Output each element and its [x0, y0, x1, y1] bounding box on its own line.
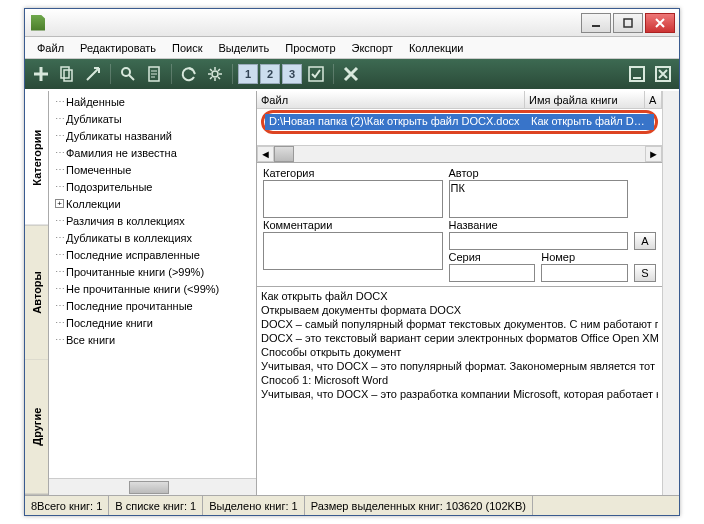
- add-icon[interactable]: [29, 62, 53, 86]
- tree-item[interactable]: ⋯Различия в коллекциях: [51, 212, 254, 229]
- tree-item-label: Подозрительные: [66, 181, 152, 193]
- form-panel: Категория Автор Комментарии Название A С…: [257, 163, 662, 286]
- comments-field[interactable]: [263, 232, 443, 270]
- tree-item[interactable]: ⋯Дубликаты названий: [51, 127, 254, 144]
- tree-item[interactable]: ⋯Помеченные: [51, 161, 254, 178]
- toolbar: 1 2 3: [25, 59, 679, 89]
- a-button[interactable]: A: [634, 232, 656, 250]
- tree-item[interactable]: ⋯Прочитанные книги (>99%): [51, 263, 254, 280]
- tree-item-label: Помеченные: [66, 164, 131, 176]
- tree-item-label: Дубликаты: [66, 113, 122, 125]
- number-field[interactable]: [541, 264, 628, 282]
- tree-item-label: Все книги: [66, 334, 115, 346]
- preview-line: DOCX – самый популярный формат текстовых…: [261, 317, 658, 331]
- document-icon[interactable]: [142, 62, 166, 86]
- column-a[interactable]: А: [645, 91, 662, 108]
- cell-file: D:\Новая папка (2)\Как открыть файл DOCX…: [265, 114, 527, 130]
- share-icon[interactable]: [81, 62, 105, 86]
- tab-other[interactable]: Другие: [25, 360, 48, 495]
- author-field[interactable]: [449, 180, 629, 218]
- tree-item[interactable]: ⋯Не прочитанные книги (<99%): [51, 280, 254, 297]
- tree-item[interactable]: ⋯Фамилия не известна: [51, 144, 254, 161]
- tree-item[interactable]: ⋯Дубликаты в коллекциях: [51, 229, 254, 246]
- cell-bookname: Как открыть файл DO...: [527, 114, 654, 130]
- vertical-tabs: Категории Авторы Другие: [25, 91, 49, 495]
- svg-point-4: [122, 68, 130, 76]
- tree-scrollbar[interactable]: [49, 478, 256, 495]
- close-panel-icon[interactable]: [651, 62, 675, 86]
- filelist-scrollbar[interactable]: ◄ ►: [257, 145, 662, 162]
- scroll-right-icon[interactable]: ►: [645, 146, 662, 162]
- right-scrollbar[interactable]: [662, 91, 679, 495]
- tab-categories[interactable]: Категории: [25, 91, 48, 226]
- tree-item-label: Найденные: [66, 96, 125, 108]
- window: Файл Редактировать Поиск Выделить Просмо…: [24, 8, 680, 516]
- tree-item[interactable]: ⋯Найденные: [51, 93, 254, 110]
- check-icon[interactable]: [304, 62, 328, 86]
- expand-icon[interactable]: +: [55, 199, 64, 208]
- tree-item-label: Не прочитанные книги (<99%): [66, 283, 219, 295]
- file-list: Файл Имя файла книги А D:\Новая папка (2…: [257, 91, 662, 163]
- column-bookname[interactable]: Имя файла книги: [525, 91, 645, 108]
- menu-select[interactable]: Выделить: [211, 39, 278, 57]
- maximize-button[interactable]: [613, 13, 643, 33]
- menu-edit[interactable]: Редактировать: [72, 39, 164, 57]
- status-size: Размер выделенных книг: 103620 (102KB): [305, 496, 533, 515]
- gear-icon[interactable]: [203, 62, 227, 86]
- close-button[interactable]: [645, 13, 675, 33]
- preset-3-button[interactable]: 3: [282, 64, 302, 84]
- copy-icon[interactable]: [55, 62, 79, 86]
- menu-collections[interactable]: Коллекции: [401, 39, 472, 57]
- label-series: Серия: [449, 251, 481, 263]
- svg-point-6: [212, 71, 218, 77]
- menubar: Файл Редактировать Поиск Выделить Просмо…: [25, 37, 679, 59]
- tree-panel: ⋯Найденные⋯Дубликаты⋯Дубликаты названий⋯…: [49, 91, 257, 495]
- search-icon[interactable]: [116, 62, 140, 86]
- statusbar: 8Всего книг: 1 В списке книг: 1 Выделено…: [25, 495, 679, 515]
- preview-panel: Как открыть файл DOCXОткрываем документы…: [257, 286, 662, 495]
- preview-line: Способ 1: Microsoft Word: [261, 373, 658, 387]
- tab-authors[interactable]: Авторы: [25, 226, 48, 361]
- tree-item[interactable]: ⋯Подозрительные: [51, 178, 254, 195]
- preset-2-button[interactable]: 2: [260, 64, 280, 84]
- menu-view[interactable]: Просмотр: [277, 39, 343, 57]
- status-selected: Выделено книг: 1: [203, 496, 304, 515]
- tree-item[interactable]: ⋯Дубликаты: [51, 110, 254, 127]
- tree-item[interactable]: ⋯Последние исправленные: [51, 246, 254, 263]
- highlighted-row-marker: D:\Новая папка (2)\Как открыть файл DOCX…: [261, 110, 658, 134]
- tree-item-label: Дубликаты названий: [66, 130, 172, 142]
- tree-item[interactable]: ⋯Последние прочитанные: [51, 297, 254, 314]
- tree-item[interactable]: ⋯Последние книги: [51, 314, 254, 331]
- delete-icon[interactable]: [339, 62, 363, 86]
- series-field[interactable]: [449, 264, 536, 282]
- s-button[interactable]: S: [634, 264, 656, 282]
- tree-item-label: Последние прочитанные: [66, 300, 193, 312]
- column-file[interactable]: Файл: [257, 91, 525, 108]
- label-author: Автор: [449, 167, 629, 179]
- label-number: Номер: [541, 251, 575, 263]
- svg-rect-0: [592, 25, 600, 27]
- minimize-panel-icon[interactable]: [625, 62, 649, 86]
- status-inlist: В списке книг: 1: [109, 496, 203, 515]
- status-total: 8Всего книг: 1: [25, 496, 109, 515]
- tree-item-label: Различия в коллекциях: [66, 215, 185, 227]
- title-field[interactable]: [449, 232, 629, 250]
- tree-item-label: Последние исправленные: [66, 249, 200, 261]
- preview-line: Учитывая, что DOCX – это популярный форм…: [261, 359, 658, 373]
- tree-item[interactable]: ⋯Все книги: [51, 331, 254, 348]
- undo-icon[interactable]: [177, 62, 201, 86]
- tree-item-label: Фамилия не известна: [66, 147, 177, 159]
- preset-1-button[interactable]: 1: [238, 64, 258, 84]
- tree-item[interactable]: +Коллекции: [51, 195, 254, 212]
- menu-export[interactable]: Экспорт: [344, 39, 401, 57]
- minimize-button[interactable]: [581, 13, 611, 33]
- menu-search[interactable]: Поиск: [164, 39, 210, 57]
- tree-item-label: Коллекции: [66, 198, 121, 210]
- category-field[interactable]: [263, 180, 443, 218]
- file-row[interactable]: D:\Новая папка (2)\Как открыть файл DOCX…: [265, 114, 654, 130]
- scroll-left-icon[interactable]: ◄: [257, 146, 274, 162]
- app-icon: [31, 15, 45, 31]
- menu-file[interactable]: Файл: [29, 39, 72, 57]
- titlebar: [25, 9, 679, 37]
- svg-rect-3: [64, 70, 72, 81]
